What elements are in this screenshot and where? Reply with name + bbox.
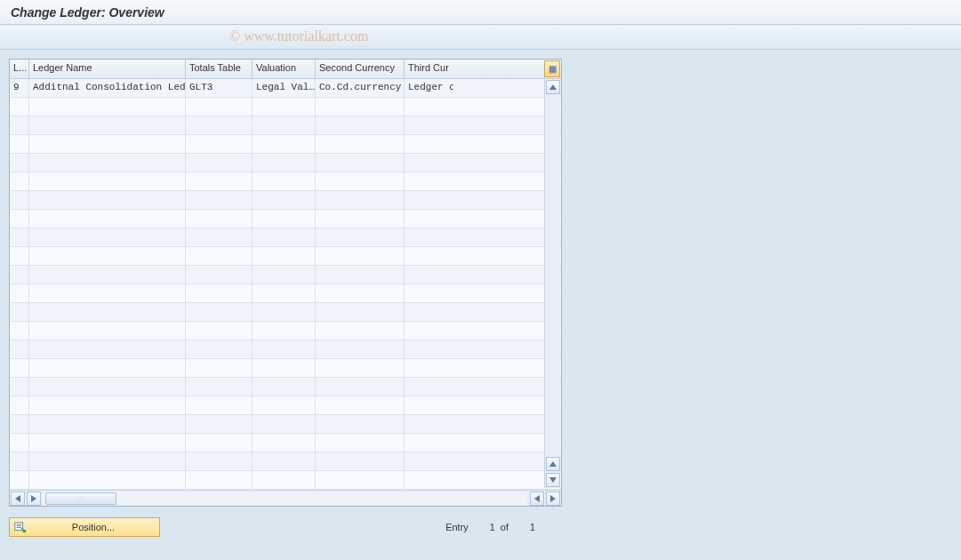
table-cell-empty[interactable] [252, 98, 316, 116]
table-cell-empty[interactable] [252, 340, 316, 358]
table-cell-empty[interactable] [10, 322, 29, 340]
table-cell-empty[interactable] [186, 284, 252, 302]
table-row-empty[interactable] [10, 340, 561, 359]
table-cell-empty[interactable] [252, 396, 316, 414]
table-cell-empty[interactable] [252, 247, 316, 265]
table-cell[interactable]: Ledger c [404, 79, 453, 97]
table-cell-empty[interactable] [10, 303, 29, 321]
vertical-scrollbar[interactable] [544, 79, 560, 488]
table-cell-empty[interactable] [404, 266, 453, 284]
col-header-ledger-id[interactable]: L... [10, 60, 29, 78]
table-cell-empty[interactable] [252, 135, 316, 153]
table-cell-empty[interactable] [29, 284, 186, 302]
table-cell-empty[interactable] [252, 284, 316, 302]
table-cell-empty[interactable] [316, 98, 404, 116]
table-cell-empty[interactable] [10, 415, 29, 433]
table-cell-empty[interactable] [316, 191, 404, 209]
scroll-left-end-button[interactable] [530, 492, 544, 506]
hscroll-track[interactable]: ::: [44, 492, 527, 505]
table-cell-empty[interactable] [252, 434, 316, 452]
col-header-totals-table[interactable]: Totals Table [186, 60, 252, 78]
table-cell-empty[interactable] [10, 210, 29, 228]
table-cell-empty[interactable] [252, 378, 316, 396]
table-cell-empty[interactable] [10, 266, 29, 284]
table-cell-empty[interactable] [10, 471, 29, 489]
table-cell-empty[interactable] [252, 210, 316, 228]
table-cell-empty[interactable] [316, 378, 404, 396]
table-cell-empty[interactable] [10, 247, 29, 265]
table-cell-empty[interactable] [29, 340, 186, 358]
table-cell-empty[interactable] [404, 154, 453, 172]
table-cell-empty[interactable] [252, 415, 316, 433]
table-cell-empty[interactable] [404, 340, 453, 358]
table-row-empty[interactable] [10, 172, 561, 191]
table-cell-empty[interactable] [29, 303, 186, 321]
table-cell-empty[interactable] [186, 247, 252, 265]
table-cell-empty[interactable] [186, 396, 252, 414]
table-row-empty[interactable] [10, 247, 561, 266]
table-cell-empty[interactable] [186, 340, 252, 358]
table-cell-empty[interactable] [404, 247, 453, 265]
table-cell-empty[interactable] [29, 266, 186, 284]
table-cell-empty[interactable] [186, 98, 252, 116]
table-cell-empty[interactable] [316, 116, 404, 134]
table-cell-empty[interactable] [316, 228, 404, 246]
table-cell-empty[interactable] [404, 322, 453, 340]
col-header-valuation[interactable]: Valuation [252, 60, 316, 78]
table-cell-empty[interactable] [252, 154, 316, 172]
table-cell-empty[interactable] [404, 284, 453, 302]
table-row-empty[interactable] [10, 191, 561, 210]
table-cell-empty[interactable] [10, 340, 29, 358]
col-header-third-currency[interactable]: Third Cur [404, 60, 453, 78]
table-cell-empty[interactable] [316, 396, 404, 414]
table-cell-empty[interactable] [186, 471, 252, 489]
table-cell[interactable]: Additnal Consolidation Ledger [29, 79, 186, 97]
table-cell-empty[interactable] [186, 452, 252, 470]
table-config-icon[interactable]: ▦ [544, 60, 560, 77]
table-cell-empty[interactable] [186, 228, 252, 246]
table-cell-empty[interactable] [316, 266, 404, 284]
scroll-left-button[interactable] [11, 492, 25, 506]
table-cell-empty[interactable] [186, 210, 252, 228]
table-cell-empty[interactable] [29, 415, 186, 433]
table-cell-empty[interactable] [10, 172, 29, 190]
table-cell-empty[interactable] [186, 322, 252, 340]
table-cell-empty[interactable] [10, 452, 29, 470]
table-row-empty[interactable] [10, 154, 561, 172]
table-cell-empty[interactable] [10, 191, 29, 209]
table-cell-empty[interactable] [316, 303, 404, 321]
table-cell-empty[interactable] [29, 396, 186, 414]
table-cell-empty[interactable] [10, 228, 29, 246]
table-cell-empty[interactable] [316, 471, 404, 489]
table-row-empty[interactable] [10, 284, 561, 303]
scroll-up-alt-button[interactable] [546, 457, 560, 471]
table-cell[interactable]: GLT3 [186, 79, 252, 97]
table-row-empty[interactable] [10, 396, 561, 415]
table-cell-empty[interactable] [404, 396, 453, 414]
table-cell-empty[interactable] [29, 98, 186, 116]
position-button[interactable]: Position... [9, 517, 160, 537]
table-cell[interactable]: 9 [10, 79, 29, 97]
table-cell-empty[interactable] [186, 415, 252, 433]
table-cell-empty[interactable] [186, 135, 252, 153]
table-cell-empty[interactable] [29, 210, 186, 228]
table-cell-empty[interactable] [10, 135, 29, 153]
table-cell-empty[interactable] [252, 452, 316, 470]
table-row-empty[interactable] [10, 452, 561, 471]
table-cell-empty[interactable] [316, 284, 404, 302]
table-row-empty[interactable] [10, 228, 561, 247]
table-cell-empty[interactable] [186, 172, 252, 190]
table-cell-empty[interactable] [186, 303, 252, 321]
table-row[interactable]: 9Additnal Consolidation LedgerGLT3Legal … [10, 79, 561, 98]
table-cell-empty[interactable] [404, 210, 453, 228]
table-cell-empty[interactable] [29, 359, 186, 377]
table-cell-empty[interactable] [29, 172, 186, 190]
table-cell-empty[interactable] [316, 154, 404, 172]
table-cell-empty[interactable] [186, 266, 252, 284]
col-header-second-currency[interactable]: Second Currency [316, 60, 404, 78]
table-cell-empty[interactable] [252, 359, 316, 377]
table-cell-empty[interactable] [252, 228, 316, 246]
table-row-empty[interactable] [10, 378, 561, 396]
table-cell-empty[interactable] [186, 116, 252, 134]
table-cell-empty[interactable] [10, 284, 29, 302]
